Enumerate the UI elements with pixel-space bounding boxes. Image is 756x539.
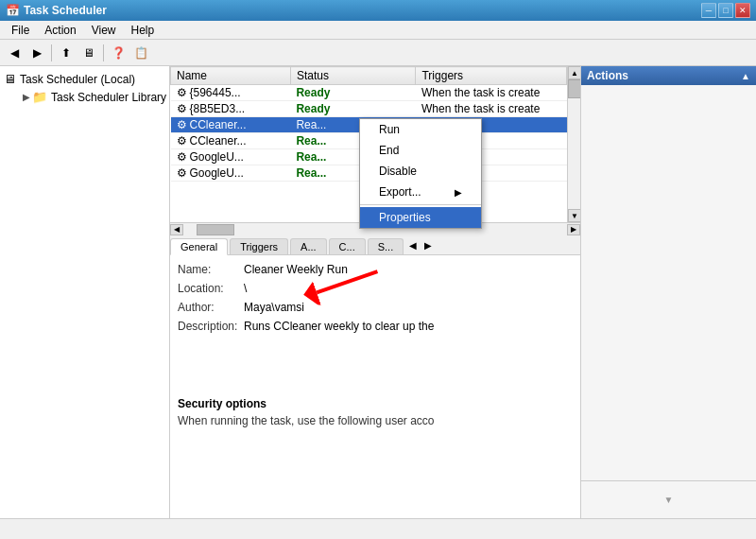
up-button[interactable]: ⬆ [56, 43, 77, 63]
table-row[interactable]: ⚙{596445... Ready When the task is creat… [171, 85, 567, 101]
task-name: ⚙GoogleU... [171, 149, 291, 165]
location-label: Location: [178, 282, 244, 295]
task-name: ⚙CCleaner... [171, 133, 291, 149]
task-trigger: When the task is create [416, 85, 567, 101]
tab-general[interactable]: General [170, 238, 228, 255]
forward-button[interactable]: ▶ [26, 43, 47, 63]
actions-scroll-up[interactable]: ▲ [741, 71, 750, 81]
right-panel-scrollbar: ▼ [581, 480, 756, 518]
author-value: Maya\vamsi [244, 301, 573, 314]
description-label: Description: [178, 320, 244, 333]
task-trigger: When the task is create [416, 101, 567, 117]
minimize-button[interactable]: ─ [701, 3, 716, 18]
col-name[interactable]: Name [171, 67, 291, 85]
task-status: Ready [290, 101, 416, 117]
expand-icon: ▶ [23, 92, 30, 102]
tab-scroll-left[interactable]: ◀ [405, 238, 421, 254]
description-value: Runs CCleaner weekly to clear up the [244, 320, 573, 333]
detail-area: General Triggers A... C... S... ◀ ▶ Name… [170, 235, 580, 518]
col-status[interactable]: Status [290, 67, 416, 85]
help-button[interactable]: ❓ [108, 43, 129, 63]
tree-item-library[interactable]: ▶ 📁 Task Scheduler Library [0, 88, 169, 106]
center-panel: Name Status Triggers ⚙{596445... Ready W… [170, 66, 581, 518]
security-title: Security options [178, 397, 573, 410]
tab-bar: General Triggers A... C... S... ◀ ▶ [170, 235, 580, 255]
task-name: ⚙GoogleU... [171, 165, 291, 182]
menu-action[interactable]: Action [37, 22, 83, 39]
back-button[interactable]: ◀ [4, 43, 25, 63]
title-text: Task Scheduler [24, 4, 107, 17]
close-button[interactable]: ✕ [735, 3, 750, 18]
right-panel: Actions ▲ ▼ [581, 66, 756, 518]
author-label: Author: [178, 301, 244, 314]
tab-actions[interactable]: A... [290, 238, 327, 254]
hscroll-left[interactable]: ◀ [170, 224, 183, 235]
menu-view[interactable]: View [84, 22, 124, 39]
title-bar-controls: ─ □ ✕ [701, 3, 750, 18]
context-menu-item-run[interactable]: Run [360, 119, 481, 140]
name-value: Cleaner Weekly Run [244, 263, 573, 276]
title-bar-left: 📅 Task Scheduler [6, 4, 107, 17]
name-row: Name: Cleaner Weekly Run [178, 263, 573, 276]
security-text: When running the task, use the following… [178, 414, 573, 427]
tree-label-library: Task Scheduler Library [51, 91, 166, 104]
properties-button[interactable]: 📋 [130, 43, 151, 63]
context-menu-item-export[interactable]: Export...▶ [360, 182, 481, 202]
security-section: Security options When running the task, … [178, 397, 573, 427]
toolbar-separator-2 [103, 44, 104, 61]
scroll-track [568, 79, 580, 209]
scroll-down-btn[interactable]: ▼ [568, 209, 580, 222]
computer-icon: 🖥 [4, 72, 16, 86]
main-layout: 🖥 Task Scheduler (Local) ▶ 📁 Task Schedu… [0, 66, 756, 518]
menu-file[interactable]: File [4, 22, 37, 39]
col-triggers[interactable]: Triggers [416, 67, 567, 85]
actions-header: Actions ▲ [581, 66, 756, 85]
toolbar-separator-1 [51, 44, 52, 61]
location-row: Location: \ [178, 282, 573, 295]
title-bar: 📅 Task Scheduler ─ □ ✕ [0, 0, 756, 21]
scroll-thumb[interactable] [568, 79, 580, 98]
author-row: Author: Maya\vamsi [178, 301, 573, 314]
context-menu: RunEndDisableExport...▶Properties [359, 118, 482, 229]
task-status: Ready [290, 85, 416, 101]
location-value: \ [244, 282, 573, 295]
restore-button[interactable]: □ [718, 3, 733, 18]
task-vscrollbar[interactable]: ▲ ▼ [567, 66, 580, 222]
context-menu-item-end[interactable]: End [360, 140, 481, 161]
hscroll-right[interactable]: ▶ [567, 224, 580, 235]
menu-help[interactable]: Help [124, 22, 163, 39]
title-icon: 📅 [6, 4, 20, 17]
left-panel: 🖥 Task Scheduler (Local) ▶ 📁 Task Schedu… [0, 66, 170, 518]
tab-settings[interactable]: S... [368, 238, 404, 254]
tree-item-local[interactable]: 🖥 Task Scheduler (Local) [0, 70, 169, 88]
detail-content: Name: Cleaner Weekly Run Location: \ Aut… [170, 255, 580, 518]
task-name: ⚙{596445... [171, 85, 291, 101]
scroll-indicator[interactable]: ▼ [664, 495, 674, 505]
context-menu-separator [360, 204, 481, 205]
status-bar [0, 518, 756, 539]
description-box [178, 339, 573, 386]
tab-triggers[interactable]: Triggers [230, 238, 288, 254]
task-name: ⚙CCleaner... [171, 117, 291, 133]
scroll-up-btn[interactable]: ▲ [568, 66, 580, 79]
tab-scroll-right[interactable]: ▶ [421, 238, 436, 254]
tree-label-local: Task Scheduler (Local) [20, 73, 135, 86]
toolbar: ◀ ▶ ⬆ 🖥 ❓ 📋 [0, 40, 756, 66]
folder-icon: 📁 [32, 90, 47, 104]
task-name: ⚙{8B5ED3... [171, 101, 291, 117]
show-desktop-button[interactable]: 🖥 [78, 43, 99, 63]
context-menu-item-disable[interactable]: Disable [360, 161, 481, 182]
menu-bar: File Action View Help [0, 21, 756, 40]
table-row[interactable]: ⚙{8B5ED3... Ready When the task is creat… [171, 101, 567, 117]
name-label: Name: [178, 263, 244, 276]
tab-conditions[interactable]: C... [329, 238, 366, 254]
hscroll-thumb[interactable] [197, 224, 234, 235]
actions-title: Actions [587, 69, 628, 82]
context-menu-item-properties[interactable]: Properties [360, 207, 481, 228]
description-row: Description: Runs CCleaner weekly to cle… [178, 320, 573, 333]
